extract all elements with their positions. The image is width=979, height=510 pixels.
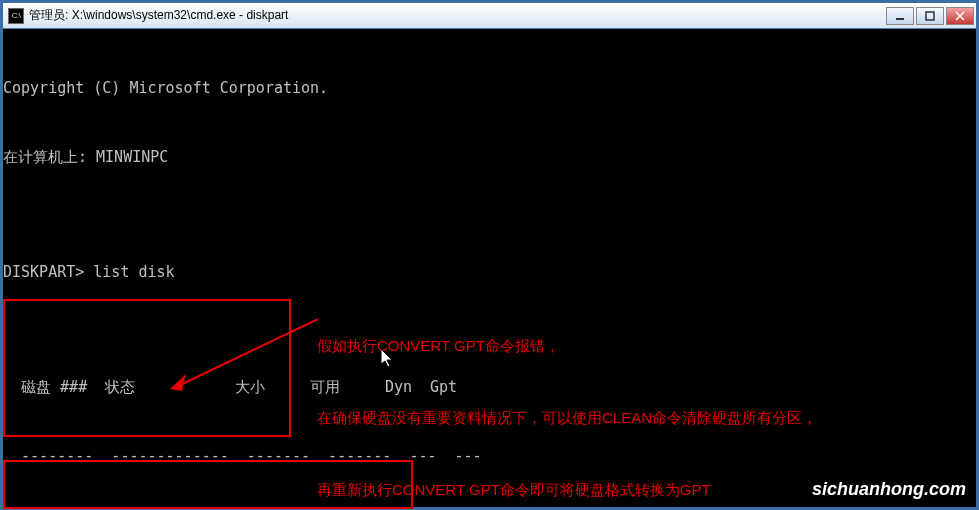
svg-rect-1 (926, 12, 934, 20)
svg-rect-0 (896, 18, 904, 20)
maximize-button[interactable] (916, 7, 944, 25)
annotation-line: 假如执行CONVERT GPT命令报错， (317, 334, 817, 358)
terminal-output[interactable]: Copyright (C) Microsoft Corporation. 在计算… (3, 29, 976, 507)
cmd-icon: C:\ (8, 8, 24, 24)
window-controls (886, 7, 974, 25)
titlebar[interactable]: C:\ 管理员: X:\windows\system32\cmd.exe - d… (3, 3, 976, 29)
cmd-window: C:\ 管理员: X:\windows\system32\cmd.exe - d… (0, 0, 979, 510)
annotation-text: 假如执行CONVERT GPT命令报错， 在确保硬盘没有重要资料情况下，可以使用… (317, 286, 817, 510)
close-button[interactable] (946, 7, 974, 25)
window-title: 管理员: X:\windows\system32\cmd.exe - diskp… (29, 7, 886, 24)
terminal-line: 在计算机上: MINWINPC (3, 146, 976, 169)
annotation-line: 在确保硬盘没有重要资料情况下，可以使用CLEAN命令清除硬盘所有分区， (317, 406, 817, 430)
watermark: sichuanhong.com (812, 478, 966, 501)
terminal-line: Copyright (C) Microsoft Corporation. (3, 77, 976, 100)
highlight-box-1 (3, 299, 291, 437)
minimize-button[interactable] (886, 7, 914, 25)
annotation-line: 再重新执行CONVERT GPT命令即可将硬盘格式转换为GPT (317, 478, 817, 502)
terminal-line: DISKPART> list disk (3, 261, 976, 284)
annotation-arrow (168, 319, 328, 419)
